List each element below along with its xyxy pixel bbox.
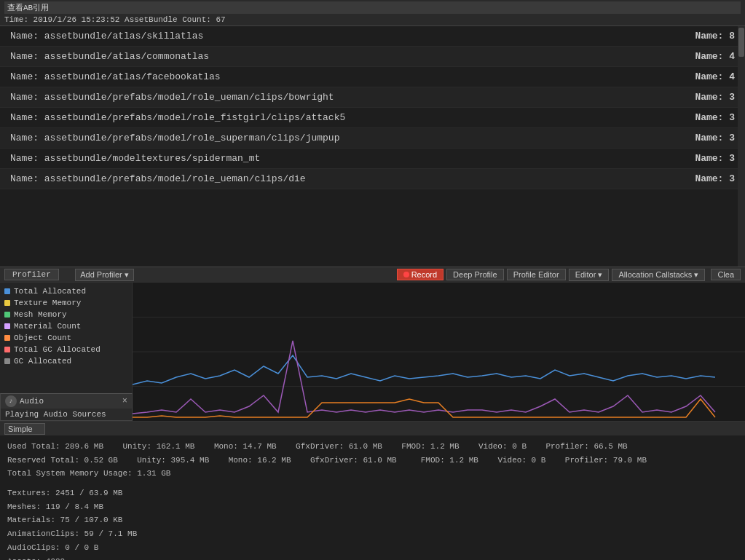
legend-color-dot bbox=[4, 323, 10, 329]
audio-panel: ♪ Audio × Playing Audio Sources bbox=[0, 393, 133, 421]
add-profiler-button[interactable]: Add Profiler ▾ bbox=[75, 269, 133, 281]
legend-color-dot bbox=[4, 288, 10, 294]
profiler-chart bbox=[133, 283, 745, 421]
asset-row[interactable]: Name: assetbundle/atlas/commonatlas Name… bbox=[0, 47, 745, 67]
asset-row[interactable]: Name: assetbundle/prefabs/model/role_fis… bbox=[0, 108, 745, 128]
record-button[interactable]: Record bbox=[397, 269, 444, 280]
window-title: 查看AB引用 bbox=[4, 1, 741, 14]
audio-icon: ♪ bbox=[5, 395, 17, 407]
editor-arrow: ▾ bbox=[598, 270, 602, 279]
asset-count: Name: 3 bbox=[695, 133, 735, 143]
legend-item: Object Count bbox=[0, 332, 132, 344]
asset-row[interactable]: Name: assetbundle/atlas/skillatlas Name:… bbox=[0, 26, 745, 47]
legend-item-label: Object Count bbox=[14, 334, 71, 342]
asset-count: Name: 4 bbox=[695, 71, 735, 82]
asset-row[interactable]: Name: assetbundle/atlas/facebookatlas Na… bbox=[0, 67, 745, 87]
stats-area: Used Total: 289.6 MB Unity: 162.1 MB Mon… bbox=[0, 435, 745, 560]
materials-line: Materials: 75 / 107.0 KB bbox=[7, 513, 738, 527]
asset-name: Name: assetbundle/atlas/facebookatlas bbox=[10, 71, 221, 82]
audio-item: Playing Audio Sources bbox=[1, 409, 132, 420]
simple-dropdown[interactable]: Simple bbox=[4, 423, 45, 435]
allocation-callstacks-label: Allocation Callstacks bbox=[618, 270, 692, 279]
legend-item-label: Texture Memory bbox=[14, 299, 81, 307]
deep-profile-button[interactable]: Deep Profile bbox=[446, 269, 504, 280]
top-bar: 查看AB引用 Time: 2019/1/26 15:23:52 AssetBun… bbox=[0, 0, 745, 26]
legend-item: Total GC Allocated bbox=[0, 344, 132, 355]
scrollbar-track[interactable] bbox=[738, 26, 745, 267]
asset-row[interactable]: Name: assetbundle/prefabs/model/role_uem… bbox=[0, 87, 745, 108]
scrollbar-thumb[interactable] bbox=[738, 28, 744, 57]
record-label: Record bbox=[411, 270, 437, 279]
asset-count: Name: 3 bbox=[695, 153, 735, 164]
used-gfx: GfxDriver: 61.0 MB bbox=[296, 442, 382, 451]
asset-row[interactable]: Name: assetbundle/prefabs/model/role_uem… bbox=[0, 169, 745, 189]
legend-item: GC Allocated bbox=[0, 355, 132, 367]
reserved-gfx: GfxDriver: 61.0 MB bbox=[310, 456, 397, 465]
used-profiler: Profiler: 66.5 MB bbox=[545, 442, 627, 451]
legend-item: Texture Memory bbox=[0, 297, 132, 309]
legend-item-label: GC Allocated bbox=[14, 357, 71, 366]
chart-area[interactable] bbox=[133, 283, 745, 421]
editor-label: Editor bbox=[575, 270, 596, 279]
anim-clips-line: AnimationClips: 59 / 7.1 MB bbox=[7, 527, 738, 541]
legend-item: Material Count bbox=[0, 320, 132, 332]
asset-name: Name: assetbundle/prefabs/model/role_uem… bbox=[10, 173, 306, 184]
legend-item-label: Total GC Allocated bbox=[14, 345, 100, 354]
asset-row[interactable]: Name: assetbundle/prefabs/model/role_sup… bbox=[0, 128, 745, 149]
editor-button[interactable]: Editor ▾ bbox=[569, 269, 610, 281]
allocation-arrow: ▾ bbox=[694, 270, 698, 279]
profiler-tab-label: Profiler bbox=[4, 269, 59, 280]
audio-panel-header: ♪ Audio × bbox=[1, 394, 132, 409]
asset-name: Name: assetbundle/prefabs/model/role_uem… bbox=[10, 92, 334, 103]
asset-name: Name: assetbundle/atlas/skillatlas bbox=[10, 31, 203, 42]
system-memory-line: Total System Memory Usage: 1.31 GB bbox=[7, 467, 738, 481]
legend-color-dot bbox=[4, 358, 10, 364]
allocation-callstacks-button[interactable]: Allocation Callstacks ▾ bbox=[612, 269, 705, 281]
asset-name: Name: assetbundle/prefabs/model/role_fis… bbox=[10, 112, 345, 123]
textures-line: Textures: 2451 / 63.9 MB bbox=[7, 486, 738, 500]
asset-count: Name: 3 bbox=[695, 92, 735, 103]
legend-item: Total Allocated bbox=[0, 285, 132, 297]
add-profiler-label: Add Profiler bbox=[80, 270, 122, 279]
legend-item-label: Mesh Memory bbox=[14, 310, 67, 319]
asset-row[interactable]: Name: assetbundle/modeltextures/spiderma… bbox=[0, 149, 745, 169]
used-unity: Unity: 162.1 MB bbox=[122, 442, 194, 451]
asset-name: Name: assetbundle/atlas/commonatlas bbox=[10, 51, 209, 62]
asset-count: Name: 8 bbox=[695, 31, 735, 42]
legend-color-dot bbox=[4, 335, 10, 341]
profiler-main-area: Total Allocated Texture Memory Mesh Memo… bbox=[0, 283, 745, 421]
asset-list: Name: assetbundle/atlas/skillatlas Name:… bbox=[0, 26, 745, 267]
reserved-unity: Unity: 395.4 MB bbox=[137, 456, 209, 465]
assets-line: Assets: 4930 bbox=[7, 555, 738, 561]
profiler-toolbar: Profiler Add Profiler ▾ Record Deep Prof… bbox=[0, 267, 745, 283]
reserved-total-line: Reserved Total: 0.52 GB Unity: 395.4 MB … bbox=[7, 454, 738, 468]
asset-count: Name: 3 bbox=[695, 112, 735, 123]
reserved-video: Video: 0 B bbox=[497, 456, 545, 465]
used-total-line: Used Total: 289.6 MB Unity: 162.1 MB Mon… bbox=[7, 440, 738, 454]
used-video: Video: 0 B bbox=[478, 442, 527, 451]
legend-color-dot bbox=[4, 300, 10, 306]
used-fmod: FMOD: 1.2 MB bbox=[401, 442, 459, 451]
legend-color-dot bbox=[4, 347, 10, 352]
asset-count: Name: 3 bbox=[695, 173, 735, 184]
simple-toolbar: Simple bbox=[0, 421, 745, 435]
audio-close-button[interactable]: × bbox=[122, 396, 127, 406]
legend-item-label: Material Count bbox=[14, 322, 81, 331]
legend-color-dot bbox=[4, 312, 10, 318]
reserved-fmod: FMOD: 1.2 MB bbox=[421, 456, 478, 465]
asset-count: Name: 4 bbox=[695, 51, 735, 62]
asset-name: Name: assetbundle/prefabs/model/role_sup… bbox=[10, 133, 339, 143]
audio-clips-line: AudioClips: 0 / 0 B bbox=[7, 541, 738, 555]
legend-item-label: Total Allocated bbox=[14, 287, 86, 296]
reserved-profiler: Profiler: 79.0 MB bbox=[565, 456, 647, 465]
audio-title: ♪ Audio bbox=[5, 395, 44, 407]
clear-button[interactable]: Clea bbox=[711, 269, 741, 280]
legend-item: Mesh Memory bbox=[0, 309, 132, 320]
profile-editor-button[interactable]: Profile Editor bbox=[507, 269, 566, 280]
record-dot-icon bbox=[403, 272, 409, 277]
reserved-total: Reserved Total: 0.52 GB bbox=[7, 456, 118, 465]
audio-label: Audio bbox=[20, 397, 44, 406]
reserved-mono: Mono: 16.2 MB bbox=[229, 456, 291, 465]
used-total: Used Total: 289.6 MB bbox=[7, 442, 103, 451]
add-profiler-arrow: ▾ bbox=[125, 270, 129, 280]
